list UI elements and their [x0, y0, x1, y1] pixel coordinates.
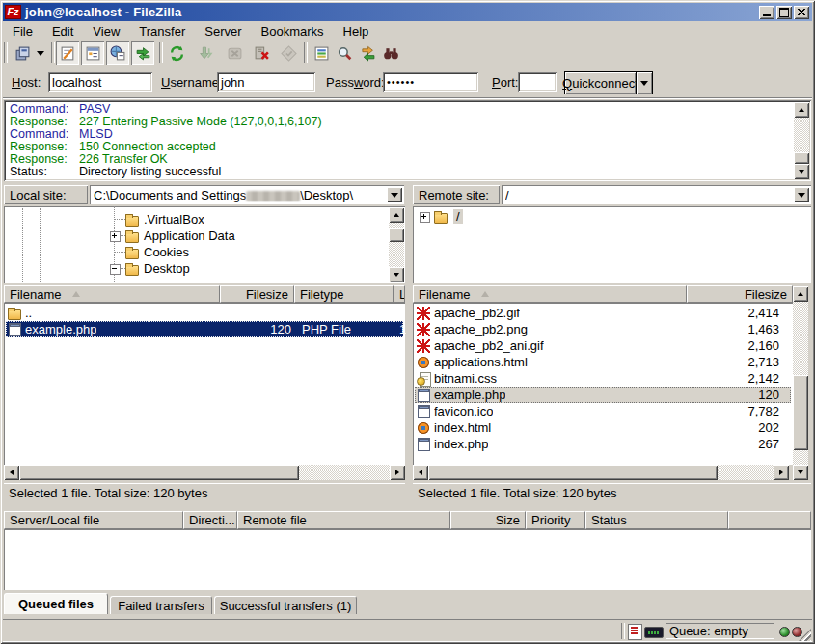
username-input[interactable]: john	[217, 72, 315, 92]
file-row[interactable]: index.html 202	[415, 419, 791, 436]
expand-plus-icon[interactable]	[420, 212, 430, 223]
local-site-combobox[interactable]: C:\Documents and Settings\Desktop\	[90, 185, 404, 204]
tab-queued-files[interactable]: Queued files	[4, 593, 108, 614]
file-row[interactable]: example.php 120 PHP File 1	[6, 321, 403, 337]
filename-filters-button[interactable]	[310, 41, 333, 65]
menu-help[interactable]: Help	[334, 23, 379, 40]
menu-transfer[interactable]: Transfer	[129, 23, 195, 40]
sort-ascending-icon	[72, 291, 80, 297]
remote-header-filesize[interactable]: Filesize	[687, 285, 793, 303]
queue-header-remote-file[interactable]: Remote file	[237, 511, 450, 529]
encryption-status-icon[interactable]	[628, 624, 642, 640]
scroll-up-button[interactable]	[794, 102, 809, 118]
toolbar	[3, 40, 812, 67]
file-row[interactable]: index.php 267	[415, 436, 791, 452]
disconnect-icon	[254, 45, 270, 62]
menu-bar: File Edit View Transfer Server Bookmarks…	[3, 22, 812, 40]
file-row[interactable]: bitnami.css 2,142	[415, 370, 791, 387]
log-scrollbar[interactable]	[794, 102, 809, 179]
find-files-button[interactable]	[379, 41, 402, 65]
scroll-down-button[interactable]	[389, 267, 404, 282]
scroll-left-button[interactable]	[413, 465, 428, 480]
scroll-down-button[interactable]	[794, 164, 809, 179]
toggle-local-tree-button[interactable]	[81, 41, 104, 65]
toggle-remote-tree-button[interactable]	[106, 41, 129, 65]
scroll-up-button[interactable]	[389, 207, 404, 223]
menu-bookmarks[interactable]: Bookmarks	[252, 23, 334, 40]
css-file-icon	[417, 372, 431, 386]
synchronized-browsing-button[interactable]	[356, 41, 379, 65]
quickconnect-dropdown-button[interactable]	[636, 71, 653, 94]
remote-site-label: Remote site:	[413, 185, 500, 204]
file-row[interactable]: apache_pb2.gif 2,414	[415, 305, 791, 321]
disconnect-button[interactable]	[250, 41, 273, 65]
remote-site-combobox[interactable]: /	[502, 185, 811, 204]
host-input[interactable]: localhost	[48, 72, 152, 92]
local-header-modified[interactable]: L	[394, 285, 405, 303]
file-row[interactable]: example.php 120	[415, 387, 791, 403]
process-queue-button[interactable]	[194, 41, 217, 65]
scroll-thumb[interactable]	[428, 465, 718, 480]
scroll-right-button[interactable]	[774, 465, 789, 480]
tree-item-desktop[interactable]: Desktop	[125, 260, 190, 277]
local-h-scrollbar[interactable]	[4, 465, 405, 480]
expand-minus-icon[interactable]	[110, 264, 121, 275]
abort-button[interactable]	[277, 41, 300, 65]
port-input[interactable]	[518, 72, 557, 92]
panel-splitter[interactable]	[406, 185, 412, 503]
local-header-filetype[interactable]: Filetype	[294, 285, 394, 303]
scroll-thumb[interactable]	[389, 228, 404, 242]
remote-h-scrollbar[interactable]	[413, 465, 789, 480]
file-row[interactable]: applications.html 2,713	[415, 354, 791, 370]
queue-header-direction[interactable]: Directi...	[183, 511, 237, 529]
scroll-thumb[interactable]	[19, 465, 299, 480]
cancel-operation-button[interactable]	[223, 41, 246, 65]
scroll-down-button[interactable]	[793, 465, 808, 480]
tree-item-cookies[interactable]: Cookies	[125, 244, 189, 260]
refresh-button[interactable]	[165, 41, 188, 65]
site-manager-button[interactable]	[11, 41, 34, 65]
close-button[interactable]	[794, 6, 809, 19]
menu-file[interactable]: File	[3, 23, 42, 40]
tree-item-root[interactable]: /	[434, 208, 463, 225]
local-header-filename[interactable]: Filename	[4, 285, 220, 303]
scroll-up-button[interactable]	[793, 286, 808, 302]
minimize-icon	[763, 14, 771, 16]
expand-plus-icon[interactable]	[110, 231, 121, 242]
scroll-thumb[interactable]	[794, 152, 809, 164]
file-row[interactable]: apache_pb2.png 1,463	[415, 321, 791, 337]
site-manager-dropdown-button[interactable]	[34, 41, 46, 65]
queue-header-status[interactable]: Status	[585, 511, 728, 529]
combo-dropdown-button[interactable]	[387, 187, 402, 202]
scroll-right-button[interactable]	[390, 465, 405, 480]
menu-view[interactable]: View	[83, 23, 129, 40]
quickconnect-button[interactable]: Quickconnect	[564, 71, 637, 94]
combo-dropdown-button[interactable]	[794, 187, 809, 202]
queue-header-priority[interactable]: Priority	[526, 511, 585, 529]
menu-edit[interactable]: Edit	[42, 23, 83, 40]
toggle-message-log-button[interactable]	[56, 41, 79, 65]
speed-limit-icon[interactable]	[644, 627, 664, 638]
remote-header-filename[interactable]: Filename	[413, 285, 687, 303]
toggle-transfer-queue-button[interactable]	[131, 41, 154, 65]
tree-item-application-data[interactable]: Application Data	[125, 228, 235, 244]
menu-server[interactable]: Server	[195, 23, 251, 40]
queue-header-server-local-file[interactable]: Server/Local file	[4, 511, 183, 529]
file-row[interactable]: ..	[6, 305, 403, 321]
minimize-button[interactable]	[759, 6, 774, 19]
tab-failed-transfers[interactable]: Failed transfers	[110, 596, 212, 614]
apache-file-icon	[417, 339, 431, 353]
scroll-left-button[interactable]	[4, 465, 19, 480]
file-row[interactable]: favicon.ico 7,782	[415, 403, 791, 419]
local-header-filesize[interactable]: Filesize	[220, 285, 294, 303]
local-tree-scrollbar[interactable]	[389, 207, 404, 282]
tree-item-virtualbox[interactable]: .VirtualBox	[125, 211, 204, 228]
directory-comparison-button[interactable]	[333, 41, 356, 65]
tab-successful-transfers[interactable]: Successful transfers (1)	[214, 596, 357, 614]
file-row[interactable]: apache_pb2_ani.gif 2,160	[415, 337, 791, 354]
queue-header-size[interactable]: Size	[450, 511, 526, 529]
password-input[interactable]: ••••••	[383, 72, 478, 92]
remote-v-scrollbar[interactable]	[793, 286, 808, 480]
maximize-button[interactable]	[776, 6, 792, 19]
scroll-thumb[interactable]	[793, 375, 808, 450]
